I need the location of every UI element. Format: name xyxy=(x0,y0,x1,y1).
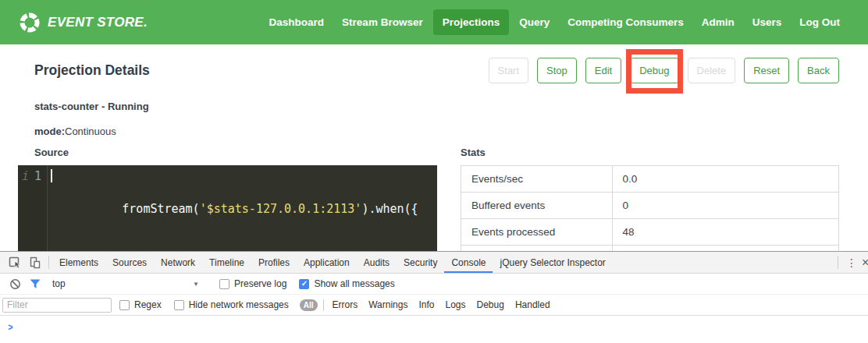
panels: Source i 1 fromStream('$stats-127.0.0.1:… xyxy=(34,147,839,251)
devtools-tab-network[interactable]: Network xyxy=(154,252,202,273)
clear-console-icon xyxy=(9,278,21,290)
devtools-tab-elements[interactable]: Elements xyxy=(52,252,105,273)
nav-item-stream-browser[interactable]: Stream Browser xyxy=(334,10,431,34)
nav-item-dashboard[interactable]: Dashboard xyxy=(261,10,333,34)
filter-all-badge[interactable]: All xyxy=(300,299,318,311)
level-filter-info[interactable]: Info xyxy=(413,299,439,310)
devtools-tab-security[interactable]: Security xyxy=(397,252,444,273)
hide-network-messages-label: Hide network messages xyxy=(189,299,289,310)
stats-panel: Stats Events/sec0.0Buffered events0Event… xyxy=(461,147,839,251)
debug-button[interactable]: Debug xyxy=(630,58,678,83)
regex-label: Regex xyxy=(134,299,162,310)
stats-row: Events processed48 xyxy=(461,219,839,246)
mode-value: Continuous xyxy=(65,126,116,137)
source-panel: Source i 1 fromStream('$stats-127.0.0.1:… xyxy=(18,147,437,251)
console-filter-button[interactable] xyxy=(25,275,45,292)
level-filter-logs[interactable]: Logs xyxy=(439,299,471,310)
delete-button[interactable]: Delete xyxy=(688,58,736,83)
level-filter-debug[interactable]: Debug xyxy=(471,299,510,310)
page-content: Projection Details StartStopEditDebugDel… xyxy=(0,57,868,251)
level-filter-handled[interactable]: Handled xyxy=(510,299,556,310)
execution-context-dropdown[interactable]: top ▼ xyxy=(52,278,199,289)
console-prompt-icon: > xyxy=(8,322,12,343)
edit-button[interactable]: Edit xyxy=(585,58,621,83)
mode-label: mode: xyxy=(34,126,65,137)
devtools-tab-application[interactable]: Application xyxy=(297,252,357,273)
stats-row: Events/sec0.0 xyxy=(461,166,839,193)
devtools-panel: ElementsSourcesNetworkTimelineProfilesAp… xyxy=(0,251,868,343)
event-store-logo[interactable]: EVENT STORE. xyxy=(19,12,148,34)
stats-row: Buffered events0 xyxy=(461,193,839,219)
devtools-tab-audits[interactable]: Audits xyxy=(357,252,397,273)
inspect-element-button[interactable] xyxy=(5,254,25,271)
app-window: EVENT STORE. DashboardStream BrowserProj… xyxy=(0,0,868,251)
nav-item-projections[interactable]: Projections xyxy=(433,9,510,35)
preserve-log-label: Preserve log xyxy=(234,278,286,289)
show-all-messages-checkbox[interactable] xyxy=(299,279,309,289)
nav-item-log-out[interactable]: Log Out xyxy=(792,10,848,34)
start-button[interactable]: Start xyxy=(489,58,528,83)
stats-row-cut xyxy=(461,246,839,252)
nav-item-users[interactable]: Users xyxy=(745,10,790,34)
devtools-tab-console[interactable]: Console xyxy=(444,252,493,273)
devtools-tab-profiles[interactable]: Profiles xyxy=(251,252,297,273)
device-toolbar-icon xyxy=(29,256,41,269)
device-toolbar-button[interactable] xyxy=(25,254,45,271)
tabbar-separator xyxy=(48,256,49,269)
console-prompt[interactable]: > xyxy=(0,316,868,343)
code-segment xyxy=(418,202,437,216)
line-number: 1 xyxy=(34,168,41,251)
stats-label: Stats xyxy=(461,147,839,158)
regex-checkbox[interactable] xyxy=(119,300,130,310)
nav-item-competing-consumers[interactable]: Competing Consumers xyxy=(560,10,692,34)
level-filter-warnings[interactable]: Warnings xyxy=(363,299,413,310)
console-filter-input[interactable] xyxy=(2,298,112,313)
event-store-logo-icon xyxy=(19,12,41,34)
devtools-tabs: ElementsSourcesNetworkTimelineProfilesAp… xyxy=(52,252,613,273)
kebab-menu-icon: ⋮ xyxy=(846,256,857,269)
context-value: top xyxy=(52,278,66,289)
devtools-tab-timeline[interactable]: Timeline xyxy=(202,252,251,273)
console-levels: ErrorsWarningsInfoLogsDebugHandled xyxy=(327,299,556,310)
code-segment: '$stats-127.0.0.1:2113' xyxy=(200,202,362,216)
console-toolbar: top ▼ Preserve log Show all messages xyxy=(0,274,868,295)
stop-button[interactable]: Stop xyxy=(537,58,577,83)
devtools-tab-sources[interactable]: Sources xyxy=(105,252,154,273)
back-button[interactable]: Back xyxy=(798,58,839,83)
hide-network-messages-checkbox[interactable] xyxy=(174,300,184,310)
devtools-close-button[interactable]: × xyxy=(862,254,868,271)
action-buttons: StartStopEditDebugDeleteResetBack xyxy=(489,58,839,83)
projection-status: stats-counter - Running xyxy=(34,101,839,112)
editor-gutter: i 1 xyxy=(18,165,48,251)
level-filter-errors[interactable]: Errors xyxy=(327,299,364,310)
filter-funnel-icon xyxy=(30,279,41,289)
nav-item-query[interactable]: Query xyxy=(511,10,557,34)
levels-separator xyxy=(323,299,324,311)
logo-text: EVENT STORE. xyxy=(48,15,148,30)
stats-table: Events/sec0.0Buffered events0Events proc… xyxy=(461,165,839,251)
devtools-menu-button[interactable]: ⋮ xyxy=(841,254,862,271)
close-icon: × xyxy=(862,256,868,269)
page-title: Projection Details xyxy=(34,62,150,79)
code-segment: fromStream( xyxy=(122,202,199,216)
title-row: Projection Details StartStopEditDebugDel… xyxy=(34,57,839,83)
reset-button[interactable]: Reset xyxy=(744,58,789,83)
main-nav: DashboardStream BrowserProjectionsQueryC… xyxy=(261,9,848,35)
devtools-tab-jquery-selector-inspector[interactable]: jQuery Selector Inspector xyxy=(493,252,612,273)
inspect-cursor-icon xyxy=(9,256,22,269)
show-all-messages-label: Show all messages xyxy=(314,278,394,289)
debug-button-wrap: Debug xyxy=(630,58,678,83)
chevron-down-icon: ▼ xyxy=(193,281,199,288)
top-navbar: EVENT STORE. DashboardStream BrowserProj… xyxy=(0,0,868,44)
text-caret xyxy=(51,169,52,182)
gutter-marker: i xyxy=(22,168,29,251)
code-segment: ).when({ xyxy=(361,202,418,216)
nav-item-admin[interactable]: Admin xyxy=(694,10,742,34)
code-editor[interactable]: i 1 fromStream('$stats-127.0.0.1:2113').… xyxy=(18,165,437,251)
preserve-log-checkbox[interactable] xyxy=(219,279,229,289)
code-line[interactable]: fromStream('$stats-127.0.0.1:2113').when… xyxy=(48,165,437,251)
devtools-tabbar: ElementsSourcesNetworkTimelineProfilesAp… xyxy=(0,252,868,274)
source-label: Source xyxy=(34,147,437,158)
console-filterbar: Regex Hide network messages All ErrorsWa… xyxy=(0,295,868,316)
clear-console-button[interactable] xyxy=(5,275,25,292)
